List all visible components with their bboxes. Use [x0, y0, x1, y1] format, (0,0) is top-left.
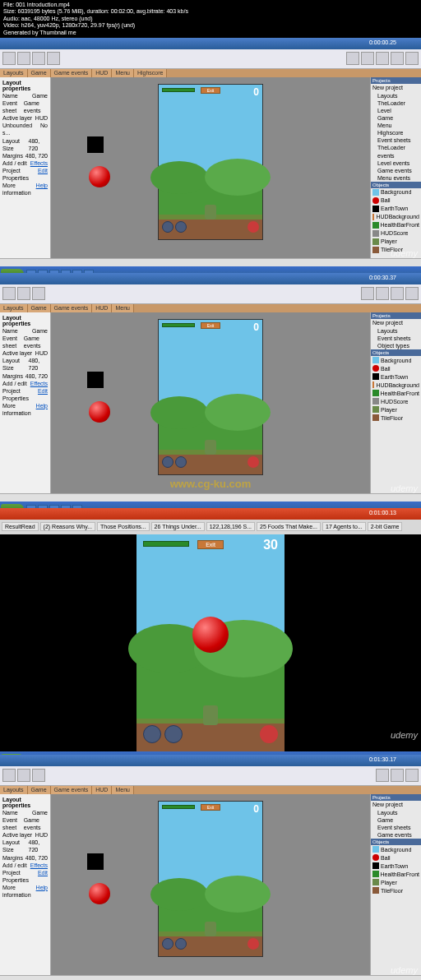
browser-tab[interactable]: 2-bit Game	[368, 522, 403, 531]
tree-item[interactable]: Event sheets	[371, 136, 421, 144]
left-arrow-icon[interactable]	[143, 725, 161, 743]
tab[interactable]: Layouts	[0, 786, 28, 794]
browser-titlebar[interactable]	[0, 508, 421, 520]
ribbon-button[interactable]	[391, 769, 404, 782]
tab[interactable]: Game events	[51, 304, 93, 312]
ribbon-button[interactable]	[32, 769, 45, 782]
red-ball-object[interactable]	[89, 883, 110, 904]
window-titlebar[interactable]	[0, 273, 421, 284]
tab[interactable]: HUD	[92, 304, 112, 312]
tab[interactable]: Menu	[112, 304, 134, 312]
fire-button-icon[interactable]	[248, 938, 259, 950]
right-arrow-icon[interactable]	[175, 938, 187, 950]
ribbon-button[interactable]	[17, 287, 30, 300]
object-item[interactable]: HUDScore	[371, 229, 421, 238]
object-item[interactable]: EarthTown	[371, 205, 421, 213]
exit-button[interactable]: Exit	[201, 322, 220, 329]
tree-item[interactable]: TheLoader	[371, 99, 421, 107]
ribbon-button[interactable]	[405, 287, 419, 300]
ribbon-button[interactable]	[405, 769, 419, 782]
fire-button-icon[interactable]	[248, 456, 259, 468]
ribbon-button[interactable]	[376, 287, 389, 300]
ribbon-button[interactable]	[391, 287, 404, 300]
right-arrow-icon[interactable]	[164, 725, 183, 743]
ribbon-button[interactable]	[376, 52, 389, 65]
red-ball-object[interactable]	[89, 166, 110, 187]
ribbon-button[interactable]	[32, 287, 45, 300]
browser-tab[interactable]: ResultRead	[2, 522, 39, 531]
tree-item[interactable]: Level	[371, 107, 421, 114]
ribbon-button[interactable]	[47, 52, 60, 65]
ribbon-button[interactable]	[391, 52, 404, 65]
tree-item[interactable]: Game	[371, 114, 421, 122]
exit-button[interactable]: Exit	[201, 804, 220, 811]
ribbon-button[interactable]	[376, 769, 389, 782]
ribbon-button[interactable]	[32, 52, 45, 65]
tab-layouts[interactable]: Layouts	[0, 69, 28, 77]
browser-tab[interactable]: 25 Foods That Make...	[257, 522, 321, 531]
tree-item[interactable]: Menu	[371, 122, 421, 129]
black-square-object[interactable]	[87, 372, 104, 388]
left-arrow-icon[interactable]	[162, 456, 173, 468]
game-running[interactable]: Exit 30	[136, 534, 285, 751]
tree-item[interactable]: Menu events	[371, 174, 421, 182]
layout-canvas[interactable]: Exit 0	[51, 77, 370, 258]
object-item[interactable]: Ball	[371, 196, 421, 205]
fire-button-icon[interactable]	[260, 725, 278, 743]
tab[interactable]: Game events	[51, 786, 93, 794]
tab[interactable]: Game	[28, 786, 51, 794]
exit-button[interactable]: Exit	[201, 87, 220, 94]
browser-tab[interactable]: (2) Reasons Why...	[40, 522, 95, 531]
ribbon-button[interactable]	[361, 287, 374, 300]
projects-header: Projects	[371, 77, 421, 84]
left-arrow-icon[interactable]	[162, 221, 173, 233]
browser-tab[interactable]: 17 Agents to...	[322, 522, 366, 531]
red-ball-object[interactable]	[89, 401, 110, 423]
exit-button[interactable]: Exit	[197, 540, 224, 549]
black-square-object[interactable]	[87, 136, 104, 153]
layout-canvas[interactable]: Exit 0	[51, 794, 370, 975]
ribbon-button[interactable]	[2, 287, 16, 300]
tree-item[interactable]: Layouts	[371, 92, 421, 99]
object-item[interactable]: HealthBarFront	[371, 221, 421, 229]
tree-item[interactable]: Game events	[371, 167, 421, 174]
tab-highscore[interactable]: Highscore	[134, 69, 168, 77]
tree-root[interactable]: New project	[371, 84, 421, 92]
object-item[interactable]: Background	[371, 188, 421, 196]
tab[interactable]: Game	[28, 304, 51, 312]
ribbon-button[interactable]	[361, 52, 374, 65]
tab[interactable]: Menu	[112, 786, 134, 794]
right-arrow-icon[interactable]	[175, 456, 187, 468]
tree-item[interactable]: Highscore	[371, 129, 421, 136]
fire-button-icon[interactable]	[248, 221, 259, 233]
tree-item[interactable]: Level events	[371, 159, 421, 167]
browser-tab[interactable]: 122,128,196 S...	[206, 522, 255, 531]
thumbnail-1: Layouts Game Game events HUD Menu Highsc…	[0, 38, 421, 273]
ribbon-button[interactable]	[405, 52, 419, 65]
layout-canvas[interactable]: Exit 0 www.cg-ku.com	[51, 312, 370, 493]
ribbon-button[interactable]	[346, 52, 359, 65]
ribbon-button[interactable]	[17, 769, 30, 782]
object-item[interactable]: Player	[371, 238, 421, 246]
browser-tab[interactable]: Those Positions...	[97, 522, 150, 531]
ribbon-button[interactable]	[17, 52, 30, 65]
tab-game[interactable]: Game	[28, 69, 51, 77]
tab-menu[interactable]: Menu	[112, 69, 134, 77]
ribbon-button[interactable]	[2, 52, 16, 65]
window-titlebar[interactable]	[0, 755, 421, 766]
tab-game-events[interactable]: Game events	[51, 69, 93, 77]
black-square-object[interactable]	[87, 853, 104, 870]
game-viewport: Exit 0	[158, 84, 263, 240]
right-arrow-icon[interactable]	[175, 221, 187, 233]
ribbon-button[interactable]	[2, 769, 16, 782]
browser-tab[interactable]: 26 Things Under...	[151, 522, 205, 531]
object-item[interactable]: HUDBackground	[371, 213, 421, 221]
tab[interactable]: HUD	[92, 786, 112, 794]
player-icon	[372, 238, 379, 245]
tab-hud[interactable]: HUD	[92, 69, 112, 77]
tab[interactable]: Layouts	[0, 304, 28, 312]
left-arrow-icon[interactable]	[162, 938, 173, 950]
tile-icon	[372, 247, 379, 253]
window-titlebar[interactable]	[0, 38, 421, 49]
tree-item[interactable]: TheLoader events	[371, 144, 421, 159]
